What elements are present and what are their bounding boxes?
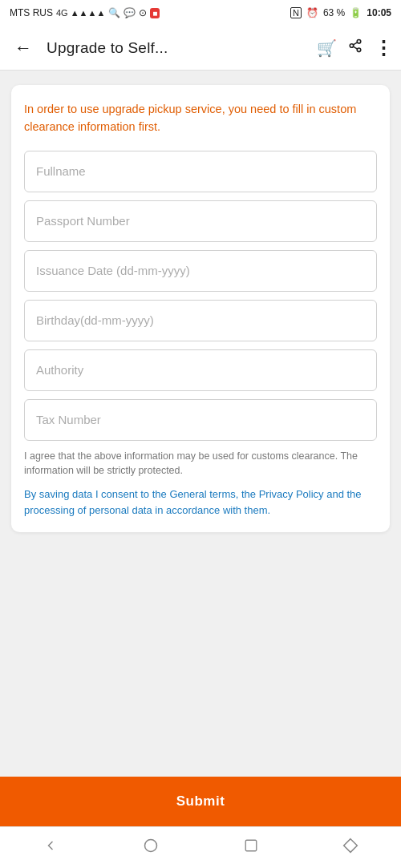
authority-field[interactable] (24, 349, 377, 391)
nav-diamond-icon[interactable] (342, 838, 358, 858)
bottom-nav (0, 826, 401, 868)
info-text: In order to use upgrade pickup service, … (24, 101, 377, 136)
message-status-icon: 💬 (124, 7, 136, 18)
battery-icon: 🔋 (350, 7, 362, 18)
signal-icon: 4G ▲▲▲▲ (56, 8, 105, 18)
main-content: In order to use upgrade pickup service, … (0, 71, 401, 660)
cart-icon[interactable]: 🛒 (317, 38, 337, 58)
nav-home-icon[interactable] (143, 838, 159, 858)
share-icon[interactable] (348, 38, 363, 57)
battery-text: 63 % (323, 7, 345, 18)
issuance-input[interactable] (36, 264, 365, 277)
fullname-input[interactable] (36, 164, 365, 178)
time-text: 10:05 (367, 7, 391, 18)
back-button[interactable]: ← (8, 34, 38, 62)
top-nav: ← Upgrade to Self... 🛒 ⋮ (0, 26, 401, 71)
disclaimer-text: I agree that the above information may b… (24, 449, 377, 479)
status-bar: MTS RUS 4G ▲▲▲▲ 🔍 💬 ⊙ ■ N ⏰ 63 % 🔋 10:05 (0, 0, 401, 26)
svg-point-5 (145, 840, 157, 852)
status-bar-left: MTS RUS 4G ▲▲▲▲ 🔍 💬 ⊙ ■ (10, 7, 160, 18)
svg-marker-7 (344, 839, 358, 853)
taxnumber-field[interactable] (24, 399, 377, 441)
taxnumber-input[interactable] (36, 413, 365, 426)
issuance-field[interactable] (24, 250, 377, 292)
status-bar-right: N ⏰ 63 % 🔋 10:05 (290, 7, 391, 18)
consent-text[interactable]: By saving data I consent to the General … (24, 486, 377, 518)
carrier-text: MTS RUS (10, 7, 53, 18)
page-title: Upgrade to Self... (47, 39, 309, 57)
alarm-icon: ⏰ (306, 7, 318, 18)
clock-status-icon: ⊙ (139, 7, 147, 18)
submit-label: Submit (176, 793, 225, 809)
svg-line-4 (353, 42, 357, 45)
fullname-field[interactable] (24, 151, 377, 192)
authority-input[interactable] (36, 363, 365, 377)
nav-icons: 🛒 ⋮ (317, 38, 393, 58)
search-status-icon: 🔍 (108, 7, 120, 18)
nav-square-icon[interactable] (244, 838, 258, 857)
submit-button[interactable]: Submit (0, 777, 401, 826)
svg-line-3 (353, 46, 357, 49)
passport-input[interactable] (36, 214, 365, 228)
more-icon[interactable]: ⋮ (374, 38, 393, 58)
app-status-icon: ■ (150, 8, 160, 18)
nav-back-icon[interactable] (43, 838, 59, 858)
form-card: In order to use upgrade pickup service, … (11, 85, 390, 532)
passport-field[interactable] (24, 200, 377, 242)
birthday-input[interactable] (36, 313, 365, 327)
birthday-field[interactable] (24, 300, 377, 341)
svg-rect-6 (245, 840, 257, 851)
bottom-spacer (0, 660, 401, 777)
nfc-icon: N (290, 7, 302, 18)
